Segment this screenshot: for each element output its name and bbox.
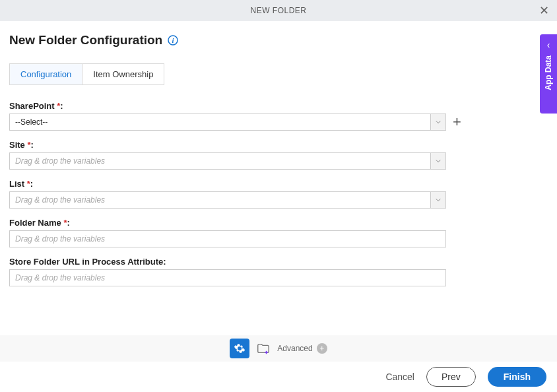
chevron-left-icon: ‹ — [547, 40, 550, 50]
svg-text:i: i — [172, 36, 175, 44]
label-site: Site *: — [9, 140, 548, 150]
list-input[interactable] — [9, 191, 430, 209]
app-data-label: App Data — [544, 55, 553, 90]
toolbar: Advanced + — [0, 335, 557, 362]
folder-plus-icon[interactable] — [256, 341, 271, 356]
folder-name-input[interactable] — [9, 230, 446, 247]
field-list: List *: — [9, 179, 548, 209]
site-input[interactable] — [9, 152, 430, 170]
tab-item-ownership[interactable]: Item Ownership — [82, 64, 164, 84]
app-data-tab[interactable]: ‹ App Data — [540, 34, 557, 114]
sharepoint-select[interactable] — [9, 114, 430, 131]
field-store-url: Store Folder URL in Process Attribute: — [9, 257, 548, 286]
finish-button[interactable]: Finish — [488, 367, 546, 387]
dialog-header: NEW FOLDER ✕ — [0, 0, 557, 21]
field-folder-name: Folder Name *: — [9, 218, 548, 247]
sharepoint-dropdown-icon[interactable] — [430, 114, 446, 131]
field-sharepoint: SharePoint *: + — [9, 101, 548, 131]
prev-button[interactable]: Prev — [426, 367, 476, 387]
list-dropdown-icon[interactable] — [430, 191, 446, 209]
field-site: Site *: — [9, 140, 548, 170]
required-marker: * — [63, 218, 67, 228]
label-store-url: Store Folder URL in Process Attribute: — [9, 257, 548, 267]
tab-bar: Configuration Item Ownership — [9, 63, 164, 85]
plus-circle-icon: + — [317, 343, 327, 354]
label-sharepoint: SharePoint *: — [9, 101, 548, 111]
page-title: New Folder Configuration — [9, 33, 162, 48]
dialog-title: NEW FOLDER — [250, 6, 306, 15]
advanced-label: Advanced — [277, 344, 312, 353]
add-sharepoint-icon[interactable]: + — [453, 115, 461, 129]
advanced-toggle[interactable]: Advanced + — [277, 343, 327, 354]
cancel-button[interactable]: Cancel — [385, 372, 414, 382]
info-icon[interactable]: i — [168, 35, 178, 46]
dialog-body: New Folder Configuration i Configuration… — [0, 21, 557, 286]
page-title-row: New Folder Configuration i — [9, 33, 548, 48]
required-marker: * — [27, 179, 30, 189]
site-dropdown-icon[interactable] — [430, 152, 446, 170]
store-url-input[interactable] — [9, 269, 446, 286]
footer: Cancel Prev Finish — [0, 362, 557, 392]
required-marker: * — [27, 140, 30, 150]
close-icon[interactable]: ✕ — [539, 5, 549, 16]
gear-icon[interactable] — [230, 339, 249, 358]
label-list: List *: — [9, 179, 548, 189]
label-folder-name: Folder Name *: — [9, 218, 548, 228]
required-marker: * — [57, 101, 60, 111]
tab-configuration[interactable]: Configuration — [10, 64, 82, 84]
